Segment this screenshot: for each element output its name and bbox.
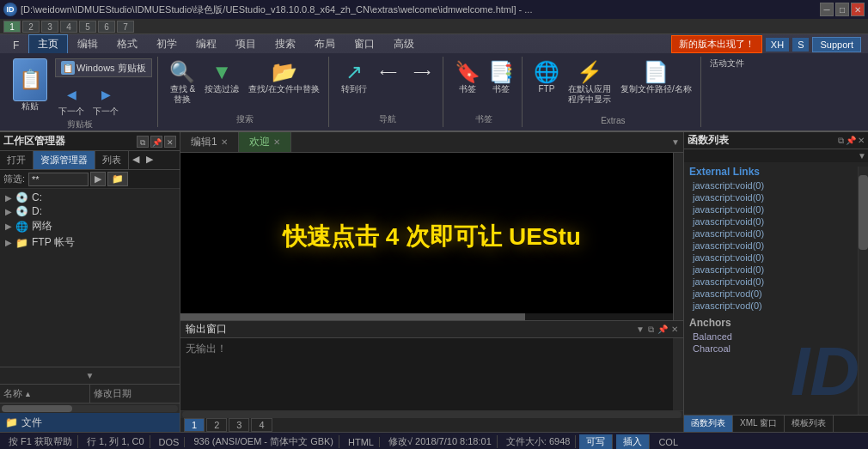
workspace-pin-button[interactable]: 📌 (150, 136, 162, 148)
editor-tab-welcome-close[interactable]: ✕ (273, 137, 280, 147)
find-replace-button[interactable]: 🔍 查找 &替换 (167, 58, 199, 106)
ftp-button[interactable]: 🌐 FTP (531, 58, 562, 106)
ribbon-tab-program[interactable]: 编程 (186, 34, 226, 53)
bookmark-btns: 🔖 书签 📑 书签 (452, 58, 517, 96)
output-float[interactable]: ⧉ (648, 325, 654, 335)
ext-link-1[interactable]: javascript:void(0) (686, 179, 866, 191)
editor-scrollbar-v[interactable] (673, 153, 683, 320)
ribbon-tab-advanced[interactable]: 高级 (384, 34, 424, 53)
filter-btn[interactable]: ▶ (90, 172, 106, 186)
page-tab-4[interactable]: 4 (251, 418, 272, 432)
right-panel-scrollbar[interactable] (858, 167, 868, 415)
ribbon-tab-home[interactable]: 主页 (28, 34, 68, 53)
ext-link-5[interactable]: javascript:void(0) (686, 228, 866, 240)
anchor-balanced[interactable]: Balanced (686, 331, 866, 343)
new-version-button[interactable]: 新的版本出现了！ (671, 35, 762, 53)
right-panel-dropdown-btn[interactable]: ▼ (858, 151, 866, 161)
bookmark-button1[interactable]: 🔖 书签 (452, 58, 483, 96)
ws-tab-resources[interactable]: 资源管理器 (34, 151, 95, 169)
s-button[interactable]: S (792, 38, 809, 52)
workspace-scrollbar-h[interactable] (0, 403, 180, 413)
ext-link-8[interactable]: javascript:void(0) (686, 264, 866, 276)
ribbon-tab-window[interactable]: 窗口 (345, 34, 384, 53)
workspace-float-button[interactable]: ⧉ (137, 136, 149, 148)
right-tab-functions[interactable]: 函数列表 (684, 416, 733, 432)
tab-num-2[interactable]: 2 (22, 21, 40, 33)
ribbon-tab-search[interactable]: 搜索 (266, 34, 305, 53)
filter-button[interactable]: ▼ 按选过滤 (201, 58, 242, 106)
anchor-charcoal[interactable]: Charcoal (686, 343, 866, 355)
ext-link-2[interactable]: javascript:void(0) (686, 191, 866, 203)
close-button[interactable]: ✕ (851, 3, 865, 16)
editor-tab-1-close[interactable]: ✕ (221, 137, 228, 147)
write-mode[interactable]: 可写 (579, 434, 613, 449)
editor-dropdown-button[interactable]: ▼ (671, 137, 680, 147)
editor-tab-1[interactable]: 编辑1 ✕ (180, 132, 239, 152)
find-in-files-button[interactable]: 📂 查找/在文件中替换 (245, 58, 323, 106)
tab-num-6[interactable]: 6 (98, 21, 115, 33)
ext-link-3[interactable]: javascript:void(0) (686, 203, 866, 215)
output-scrollbar-h[interactable] (180, 410, 683, 418)
right-panel-pin[interactable]: 📌 (846, 136, 856, 146)
nav-btn3[interactable]: ⟶ (406, 58, 437, 96)
filter-input[interactable] (28, 173, 89, 186)
output-close[interactable]: ✕ (671, 325, 678, 334)
ext-link-9[interactable]: javascript:void(0) (686, 276, 866, 288)
ribbon-tab-f[interactable]: F (3, 37, 28, 53)
output-scrollbar[interactable] (673, 338, 683, 410)
ribbon-tab-format[interactable]: 格式 (107, 34, 147, 53)
right-tab-xml[interactable]: XML 窗口 (733, 416, 785, 432)
ribbon-tab-edit[interactable]: 编辑 (68, 34, 107, 53)
ribbon-tab-project[interactable]: 项目 (226, 34, 266, 53)
maximize-button[interactable]: □ (835, 3, 849, 16)
editor-tab-welcome-label: 欢迎 (249, 135, 270, 149)
tree-item-c[interactable]: ▶ 💿 C: (2, 191, 178, 204)
clipboard-prev2-button[interactable]: ▶ 下一个 (89, 81, 122, 118)
right-panel-float[interactable]: ⧉ (838, 136, 844, 146)
tab-num-7[interactable]: 7 (117, 21, 134, 33)
clipboard-prev1-button[interactable]: ◀ 下一个 (55, 81, 88, 118)
xh-button[interactable]: XH (766, 38, 789, 52)
filter-folder-btn[interactable]: 📁 (107, 172, 128, 186)
tab-num-4[interactable]: 4 (60, 21, 77, 33)
ribbon-tab-beginner[interactable]: 初学 (147, 34, 186, 53)
nav-btn2[interactable]: ⟵ (373, 58, 404, 96)
extras-btn2[interactable]: ⚡ 在默认应用程序中显示 (565, 58, 614, 106)
charset-info: 936 (ANSI/OEM - 简体中文 GBK) (188, 435, 339, 448)
ws-tab-prev[interactable]: ◀ (129, 151, 143, 169)
ext-link-10[interactable]: javascript:vod(0) (686, 288, 866, 300)
minimize-button[interactable]: ─ (820, 3, 834, 16)
output-dropdown[interactable]: ▼ (636, 325, 645, 334)
ws-tab-next[interactable]: ▶ (143, 151, 156, 169)
ext-link-11[interactable]: javascript:vod(0) (686, 300, 866, 312)
output-pin[interactable]: 📌 (657, 325, 668, 334)
tree-item-ftp[interactable]: ▶ 📁 FTP 帐号 (2, 234, 178, 251)
tree-item-network[interactable]: ▶ 🌐 网络 (2, 218, 178, 234)
tree-item-d[interactable]: ▶ 💿 D: (2, 204, 178, 218)
tab-num-1[interactable]: 1 (3, 21, 21, 33)
editor-tab-welcome[interactable]: 欢迎 ✕ (239, 132, 291, 152)
edit-mode[interactable]: 插入 (616, 434, 650, 449)
workspace-close-button[interactable]: ✕ (164, 136, 176, 148)
right-panel-close[interactable]: ✕ (858, 136, 865, 146)
ext-link-4[interactable]: javascript:void(0) (686, 215, 866, 228)
goto-line-button[interactable]: ↗ 转到行 (338, 58, 370, 96)
line-ending: DOS (154, 437, 186, 447)
right-tab-templates[interactable]: 模板列表 (785, 416, 834, 432)
ext-link-6[interactable]: javascript:void(0) (686, 240, 866, 252)
file-tab-button[interactable]: 📁 文件 (0, 413, 180, 432)
copy-path-button[interactable]: 📄 复制文件路径/名称 (617, 58, 695, 106)
bookmark-button2[interactable]: 📑 书签 (486, 58, 517, 96)
ws-tab-list[interactable]: 列表 (95, 151, 129, 169)
tab-num-5[interactable]: 5 (79, 21, 96, 33)
page-tab-2[interactable]: 2 (206, 418, 227, 432)
paste-button[interactable]: 📋 (13, 58, 47, 101)
support-button[interactable]: Support (812, 37, 861, 52)
page-tab-1[interactable]: 1 (184, 418, 205, 432)
tab-num-3[interactable]: 3 (41, 21, 58, 33)
page-tab-3[interactable]: 3 (229, 418, 249, 432)
ext-link-7[interactable]: javascript:void(0) (686, 252, 866, 264)
windows-clipboard-button[interactable]: 📋 Windows 剪贴板 (55, 58, 152, 77)
ws-tab-open[interactable]: 打开 (0, 151, 34, 169)
ribbon-tab-layout[interactable]: 布局 (305, 34, 345, 53)
